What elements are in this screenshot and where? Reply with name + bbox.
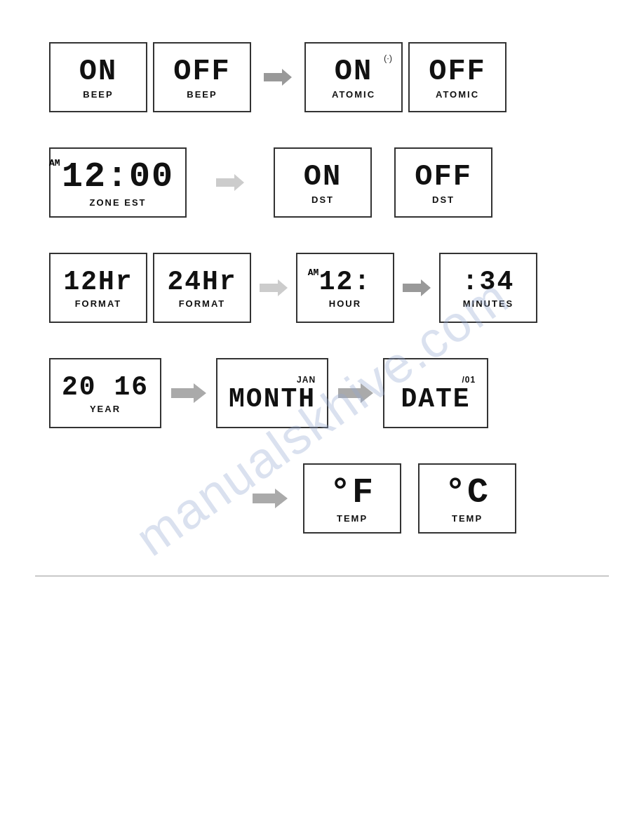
zone-est-box: AM 12:00 ZONE EST xyxy=(49,147,187,218)
temp-c-main: °C xyxy=(445,475,490,510)
arrow-year-month xyxy=(161,381,216,405)
24hr-main: 24Hr xyxy=(167,269,236,296)
dst-off-sub: DST xyxy=(432,194,455,205)
dst-off-box: OFF DST xyxy=(394,147,492,218)
svg-marker-0 xyxy=(264,69,292,86)
arrow-hour-minutes xyxy=(394,278,439,298)
date-box: /01 DATE xyxy=(383,358,488,428)
hour-box: AM 12: HOUR xyxy=(296,253,394,323)
temp-f-box: °F TEMP xyxy=(303,463,401,534)
temp-c-sub: TEMP xyxy=(452,513,483,524)
minutes-sub: MINUTES xyxy=(463,298,514,309)
dst-on-box: ON DST xyxy=(274,147,372,218)
24hr-sub: FORMAT xyxy=(179,298,226,309)
atomic-off-box: OFF ATOMIC xyxy=(408,42,507,112)
zone-est-sub: ZONE EST xyxy=(90,197,147,208)
month-box: JAN MONTH xyxy=(216,358,328,428)
temp-c-box: °C TEMP xyxy=(418,463,516,534)
year-main: 20 16 xyxy=(62,374,149,401)
row-zone: AM 12:00 ZONE EST ON DST OFF DST xyxy=(35,147,609,218)
beep-on-box: ON BEEP xyxy=(49,42,147,112)
bottom-divider xyxy=(35,576,609,576)
arrow-format-hour xyxy=(251,278,296,298)
date-label-top: /01 xyxy=(462,375,476,385)
12hr-main: 12Hr xyxy=(63,269,133,296)
svg-marker-2 xyxy=(260,279,288,296)
atomic-off-sub: ATOMIC xyxy=(436,89,479,100)
svg-marker-6 xyxy=(253,489,288,508)
24hr-format-box: 24Hr FORMAT xyxy=(153,253,251,323)
dst-on-sub: DST xyxy=(311,194,334,205)
year-sub: YEAR xyxy=(90,404,121,414)
minutes-main: :34 xyxy=(462,269,514,296)
row-date: 20 16 YEAR JAN MONTH /01 DATE xyxy=(35,358,609,428)
hour-sub: HOUR xyxy=(329,298,361,309)
atomic-on-main: ON xyxy=(335,57,373,86)
hour-main: 12: xyxy=(319,269,371,296)
12hr-format-box: 12Hr FORMAT xyxy=(49,253,147,323)
row-beep: ON BEEP OFF BEEP ON (·) ATOMIC OFF ATOMI… xyxy=(35,42,609,112)
12hr-sub: FORMAT xyxy=(75,298,122,309)
temp-f-sub: TEMP xyxy=(337,513,368,524)
beep-off-sub: BEEP xyxy=(187,89,217,100)
month-label-top: JAN xyxy=(297,375,316,385)
atomic-on-box: ON (·) ATOMIC xyxy=(304,42,403,112)
row-format: 12Hr FORMAT 24Hr FORMAT AM 12: HOUR xyxy=(35,253,609,323)
beep-on-main: ON xyxy=(79,57,117,86)
beep-on-sub: BEEP xyxy=(83,89,113,100)
beep-off-box: OFF BEEP xyxy=(153,42,251,112)
svg-marker-4 xyxy=(171,383,206,403)
atomic-off-main: OFF xyxy=(429,57,486,86)
year-box: 20 16 YEAR xyxy=(49,358,161,428)
row-temp: °F TEMP °C TEMP xyxy=(35,463,609,534)
arrow-temp xyxy=(253,486,297,510)
svg-marker-1 xyxy=(216,174,244,191)
beep-off-main: OFF xyxy=(173,57,231,86)
dst-on-main: ON xyxy=(304,162,342,192)
svg-marker-3 xyxy=(403,279,431,296)
arrow-month-date xyxy=(328,381,383,405)
minutes-box: :34 MINUTES xyxy=(439,253,537,323)
arrow-beep-atomic xyxy=(251,67,304,87)
arrow-zone-dst xyxy=(195,173,265,192)
atomic-on-sub: ATOMIC xyxy=(332,89,375,100)
month-main: MONTH xyxy=(229,386,316,413)
dst-off-main: OFF xyxy=(415,162,472,192)
svg-marker-5 xyxy=(338,383,373,403)
zone-time-main: 12:00 xyxy=(62,159,174,194)
date-main: DATE xyxy=(401,386,470,413)
signal-icon: (·) xyxy=(384,53,392,63)
temp-f-main: °F xyxy=(330,475,375,510)
